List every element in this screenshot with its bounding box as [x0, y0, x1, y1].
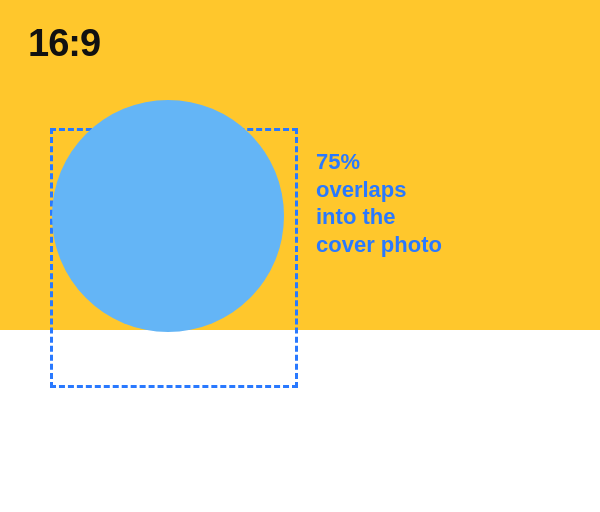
profile-circle [52, 100, 284, 332]
overlap-line1: 75% [316, 148, 442, 176]
overlap-line4: cover photo [316, 231, 442, 259]
overlap-label: 75% overlaps into the cover photo [316, 148, 442, 258]
ratio-label: 16:9 [28, 22, 100, 65]
top-yellow-section: 16:9 75% overlaps into the cover photo [0, 0, 600, 330]
overlap-line2: overlaps [316, 176, 442, 204]
overlap-line3: into the [316, 203, 442, 231]
